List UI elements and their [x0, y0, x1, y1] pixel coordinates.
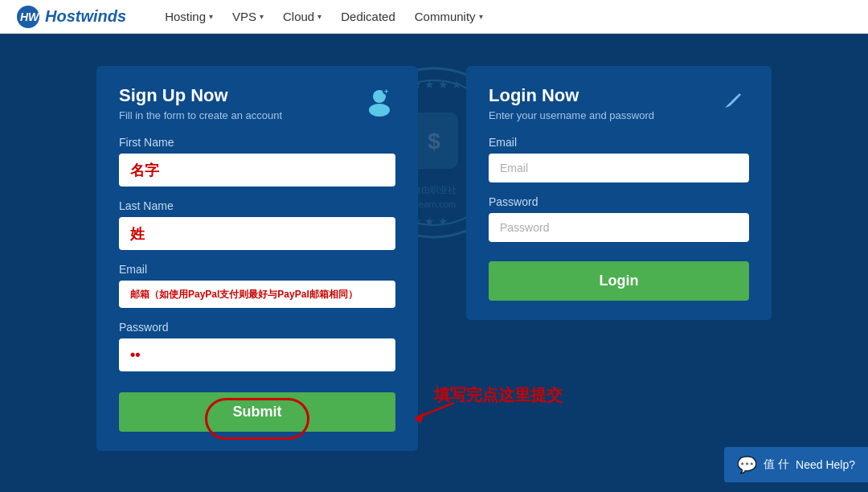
nav-community-label: Community: [415, 10, 476, 23]
signup-subtitle: Fill in the form to create an account: [119, 109, 282, 121]
login-subtitle: Enter your username and password: [489, 109, 654, 121]
submit-button[interactable]: Submit: [119, 392, 395, 432]
login-email-input[interactable]: [489, 154, 749, 182]
cloud-arrow-icon: ▾: [317, 12, 321, 21]
login-card: Login Now Enter your username and passwo…: [466, 66, 772, 320]
nav-cloud-label: Cloud: [283, 10, 314, 23]
last-name-label: Last Name: [119, 199, 395, 212]
login-password-group: Password: [489, 195, 749, 242]
first-name-label: First Name: [119, 136, 395, 149]
community-arrow-icon: ▾: [479, 12, 483, 21]
login-edit-icon: [717, 85, 749, 117]
nav-vps-label: VPS: [232, 10, 256, 23]
logo[interactable]: HW Hostwinds: [16, 5, 126, 29]
signup-email-input[interactable]: [119, 281, 395, 308]
chat-text: 值 什: [764, 457, 789, 472]
signup-card: Sign Up Now Fill in the form to create a…: [96, 66, 418, 451]
logo-icon: HW: [16, 5, 40, 29]
nav-community[interactable]: Community ▾: [408, 6, 489, 27]
signup-header: Sign Up Now Fill in the form to create a…: [119, 85, 395, 121]
main-content: Sign Up Now Fill in the form to create a…: [0, 34, 868, 483]
nav-dedicated[interactable]: Dedicated: [334, 6, 402, 27]
login-button[interactable]: Login: [489, 261, 749, 301]
last-name-group: Last Name: [119, 199, 395, 250]
svg-point-11: [369, 104, 390, 117]
signup-password-group: Password: [119, 321, 395, 371]
nav-cloud[interactable]: Cloud ▾: [276, 6, 328, 27]
chat-help-text: Need Help?: [796, 458, 855, 471]
signup-password-label: Password: [119, 321, 395, 334]
vps-arrow-icon: ▾: [260, 12, 264, 21]
logo-text: Hostwinds: [45, 7, 126, 26]
nav-hosting[interactable]: Hosting ▾: [158, 6, 219, 27]
submit-arrow-icon: [410, 395, 458, 427]
nav-dedicated-label: Dedicated: [341, 10, 395, 23]
login-password-label: Password: [489, 195, 749, 208]
login-email-group: Email: [489, 136, 749, 182]
submit-annotation: 填写完点这里提交: [434, 384, 563, 406]
hosting-arrow-icon: ▾: [209, 12, 213, 21]
chat-icon: 💬: [737, 455, 757, 474]
nav-vps[interactable]: VPS ▾: [226, 6, 270, 27]
first-name-group: First Name: [119, 136, 395, 187]
chat-widget[interactable]: 💬 值 什 Need Help?: [724, 447, 868, 482]
signup-password-input[interactable]: [119, 338, 395, 371]
svg-marker-15: [414, 412, 424, 423]
nav-items: Hosting ▾ VPS ▾ Cloud ▾ Dedicated Commun…: [158, 6, 489, 27]
signup-email-label: Email: [119, 263, 395, 276]
login-title: Login Now: [489, 85, 654, 106]
svg-text:HW: HW: [20, 10, 40, 23]
login-email-label: Email: [489, 136, 749, 149]
signup-title: Sign Up Now: [119, 85, 282, 106]
navbar: HW Hostwinds Hosting ▾ VPS ▾ Cloud ▾ Ded…: [0, 0, 868, 34]
login-password-input[interactable]: [489, 213, 749, 242]
signup-email-group: Email: [119, 263, 395, 308]
signup-user-icon: +: [363, 85, 395, 117]
last-name-input[interactable]: [119, 217, 395, 250]
svg-text:+: +: [384, 88, 388, 96]
svg-line-14: [418, 403, 454, 417]
nav-hosting-label: Hosting: [165, 10, 206, 23]
login-header: Login Now Enter your username and passwo…: [489, 85, 749, 121]
first-name-input[interactable]: [119, 154, 395, 187]
